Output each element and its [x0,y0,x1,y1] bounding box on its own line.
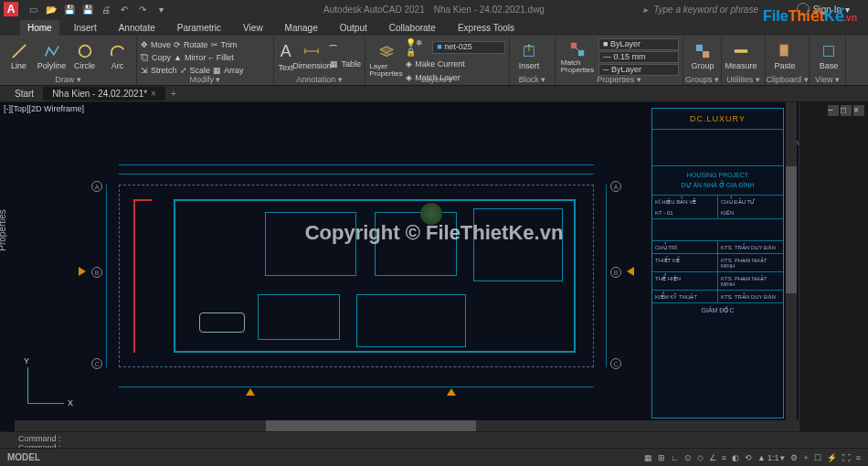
workspace-switch[interactable]: ⚙ [790,453,798,462]
circle-button[interactable]: Circle [69,38,100,75]
copy-button[interactable]: ⿻ Copy [141,51,171,64]
clean-screen[interactable]: ⛶ [842,453,851,462]
panel-block: Insert Block ▾ [510,37,556,85]
rotate-button[interactable]: ⟳ Rotate [174,38,208,51]
layer-props-button[interactable]: LayerProperties [369,43,403,79]
panel-properties: MatchProperties ■ ByLayer — 0.15 mm ─ By… [556,37,683,85]
measure-button[interactable]: Measure [725,38,757,75]
layer-state-icon[interactable]: 💡❄🔒 [406,38,429,57]
svg-rect-2 [571,42,577,48]
panel-view-label[interactable]: View ▾ [810,75,845,84]
ortho-toggle[interactable]: ∟ [671,453,679,462]
panel-block-label[interactable]: Block ▾ [510,75,555,84]
floor-plan-drawing: A B C A B C [101,157,612,395]
fillet-button[interactable]: ⌐ Fillet [208,51,233,64]
minimize-icon[interactable]: − [828,105,839,116]
match-props-button[interactable]: MatchProperties [559,39,596,76]
tab-parametric[interactable]: Parametric [170,20,228,36]
snap-toggle[interactable]: ⊞ [658,453,665,462]
panel-annotation-label[interactable]: Annotation ▾ [274,75,365,84]
qat-open-icon[interactable]: 📂 [44,2,58,16]
dimension-button[interactable]: Dimension [296,38,327,75]
annoscale-dropdown[interactable]: ▲ 1:1 ▾ [757,453,785,462]
tab-express[interactable]: Express Tools [450,20,522,36]
tab-annotate[interactable]: Annotate [111,20,163,36]
annotation-monitor[interactable]: + [803,453,808,462]
file-tab-start[interactable]: Start [5,87,43,101]
line-button[interactable]: Line [4,38,34,75]
tab-collaborate[interactable]: Collaborate [382,20,443,36]
hardware-accel[interactable]: ⚡ [827,453,837,462]
qat-saveas-icon[interactable]: 💾 [80,2,95,16]
close-icon[interactable]: × [151,89,156,99]
panel-layers-label[interactable]: Layers ▾ [365,75,509,84]
qat-plot-icon[interactable]: 🖨 [99,2,113,16]
table-button[interactable]: ▦ Table [330,58,361,70]
new-tab-button[interactable]: + [171,89,176,99]
tab-output[interactable]: Output [333,20,375,36]
title-bar: A ▭ 📂 💾 💾 🖨 ↶ ↷ ▾ Autodesk AutoCAD 2021 … [0,0,868,18]
navbar-panel: −□× [799,102,868,431]
cycling-toggle[interactable]: ⟲ [745,453,752,462]
mirror-button[interactable]: ▲ Mirror [174,51,206,64]
text-button[interactable]: AText [278,38,293,75]
h-scrollbar[interactable] [15,420,853,431]
properties-palette-tab[interactable]: Properties [0,209,7,251]
qat-new-icon[interactable]: ▭ [26,2,40,16]
svg-rect-6 [735,49,747,53]
panel-modify-label[interactable]: Modify ▾ [137,75,273,84]
panel-groups: Group Groups ▾ [683,37,722,85]
leader-button[interactable]: ⁀ [330,44,361,57]
grid-toggle[interactable]: ▦ [644,453,652,462]
tab-home[interactable]: Home [20,20,59,36]
qat-redo-icon[interactable]: ↷ [135,2,150,16]
cmd-history: Command : [18,434,850,443]
customize-status[interactable]: ≡ [856,453,861,462]
tb-brand: DC.LUXURY [652,109,783,129]
panel-utilities-label[interactable]: Utilities ▾ [722,75,765,84]
arc-button[interactable]: Arc [102,38,132,75]
layer-dropdown[interactable]: ■ net-025 [432,41,505,54]
file-tab-drawing[interactable]: Nha Kien - 24.02.2021*× [43,87,165,101]
qat-undo-icon[interactable]: ↶ [117,2,132,16]
paste-button[interactable]: Paste [769,38,800,75]
isolate-objects[interactable]: ☐ [814,453,821,462]
color-dropdown[interactable]: ■ ByLayer [598,38,679,50]
panel-clipboard-label[interactable]: Clipboard ▾ [766,75,809,84]
lineweight-dropdown[interactable]: — 0.15 mm [598,51,679,63]
transparency-toggle[interactable]: ◐ [732,453,739,462]
close-panel-icon[interactable]: × [853,105,864,116]
viewport-label[interactable]: [-][Top][2D Wireframe] [4,104,84,113]
file-name: Nha Kien - 24.02.2021.dwg [434,5,545,15]
make-current-button[interactable]: ◈ Make Current [406,58,505,70]
app-logo[interactable]: A [4,2,18,16]
drawing-viewport[interactable]: [-][Top][2D Wireframe] Properties N S W … [0,102,868,431]
app-name: Autodesk AutoCAD 2021 [323,5,425,15]
osnap-toggle[interactable]: ◇ [697,453,704,462]
panel-layers: LayerProperties 💡❄🔒■ net-025 ◈ Make Curr… [365,37,510,85]
v-scrollbar[interactable] [786,102,797,420]
tab-manage[interactable]: Manage [278,20,325,36]
maximize-icon[interactable]: □ [841,105,852,116]
move-button[interactable]: ✥ Move [141,38,171,51]
base-view-button[interactable]: Base [813,38,844,75]
panel-annotation: AText Dimension ⁀ ▦ Table Annotation ▾ [274,37,365,85]
lineweight-toggle[interactable]: ≡ [722,453,726,462]
tab-insert[interactable]: Insert [67,20,104,36]
svg-rect-4 [696,45,703,51]
panel-draw-label[interactable]: Draw ▾ [0,75,136,84]
panel-groups-label[interactable]: Groups ▾ [683,75,721,84]
insert-block-button[interactable]: Insert [513,38,545,75]
ribbon-tab-strip: Home Insert Annotate Parametric View Man… [0,18,868,37]
otrack-toggle[interactable]: ∠ [709,453,716,462]
qat-save-icon[interactable]: 💾 [62,2,77,16]
trim-button[interactable]: ✂ Trim [211,38,238,51]
polyline-button[interactable]: Polyline [37,38,67,75]
tab-view[interactable]: View [236,20,270,36]
polar-toggle[interactable]: ⊙ [684,453,692,462]
panel-properties-label[interactable]: Properties ▾ [556,75,683,84]
help-search[interactable]: ▸Type a keyword or phrase [643,5,758,15]
group-button[interactable]: Group [687,38,718,75]
qat-share-icon[interactable]: ▾ [153,2,168,16]
model-space-toggle[interactable]: MODEL [7,452,40,462]
